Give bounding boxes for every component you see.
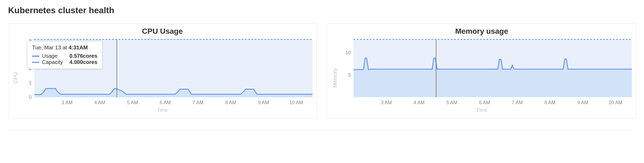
tooltip-timestamp: Tue, Mar 13 at 4:31AM — [32, 45, 97, 51]
tooltip-usage-value: 0.576cores — [69, 53, 97, 59]
memory-panel: Memory usage Memory 5103 AM4 AM5 AM6 AM7… — [327, 23, 636, 119]
svg-text:6 AM: 6 AM — [479, 100, 490, 105]
svg-text:3 AM: 3 AM — [381, 100, 392, 105]
cpu-chart[interactable]: 012343 AM4 AM5 AM6 AM7 AM8 AM9 AM10 AM T… — [19, 39, 314, 106]
svg-text:9 AM: 9 AM — [577, 100, 588, 105]
cpu-tooltip: Tue, Mar 13 at 4:31AM Usage 0.576cores C… — [27, 41, 102, 69]
svg-text:10 AM: 10 AM — [289, 100, 303, 105]
memory-x-axis-label: Time — [330, 107, 633, 113]
memory-chart[interactable]: 5103 AM4 AM5 AM6 AM7 AM8 AM9 AM10 AM — [339, 39, 633, 106]
tooltip-ts-prefix: Tue, Mar 13 at — [32, 45, 69, 50]
svg-text:6 AM: 6 AM — [160, 100, 171, 105]
memory-panel-title: Memory usage — [330, 27, 633, 36]
svg-text:3 AM: 3 AM — [62, 100, 73, 105]
cpu-y-axis-label: CPU — [11, 39, 19, 106]
tooltip-ts-bold: 4:31AM — [69, 45, 88, 50]
cpu-x-axis-label: Time — [11, 107, 314, 113]
page-title: Kubernetes cluster health — [8, 5, 636, 15]
svg-text:8 AM: 8 AM — [225, 100, 236, 105]
panels-row: CPU Usage CPU 012343 AM4 AM5 AM6 AM7 AM8… — [8, 23, 636, 119]
svg-text:5: 5 — [348, 72, 351, 78]
line-swatch-dashed-icon — [32, 62, 39, 63]
svg-text:0: 0 — [29, 94, 32, 100]
svg-text:9 AM: 9 AM — [258, 100, 269, 105]
cpu-panel-title: CPU Usage — [11, 27, 314, 36]
cpu-panel: CPU Usage CPU 012343 AM4 AM5 AM6 AM7 AM8… — [8, 23, 317, 119]
section-divider — [8, 130, 636, 130]
tooltip-usage-label: Usage — [42, 53, 67, 59]
svg-text:8 AM: 8 AM — [545, 100, 556, 105]
svg-text:4 AM: 4 AM — [94, 100, 105, 105]
tooltip-capacity-label: Capacity — [42, 59, 67, 65]
svg-text:5 AM: 5 AM — [127, 100, 138, 105]
svg-text:5 AM: 5 AM — [446, 100, 457, 105]
tooltip-row-usage: Usage 0.576cores — [32, 53, 97, 59]
line-swatch-solid-icon — [32, 56, 39, 57]
svg-text:10 AM: 10 AM — [609, 100, 622, 105]
memory-y-axis-label: Memory — [330, 39, 339, 106]
tooltip-capacity-value: 4.000cores — [69, 59, 97, 65]
svg-text:4 AM: 4 AM — [414, 100, 425, 105]
svg-text:10: 10 — [346, 50, 351, 55]
tooltip-row-capacity: Capacity 4.000cores — [32, 59, 97, 65]
svg-text:7 AM: 7 AM — [192, 100, 203, 105]
svg-text:7 AM: 7 AM — [512, 100, 523, 105]
svg-text:1: 1 — [29, 80, 32, 86]
